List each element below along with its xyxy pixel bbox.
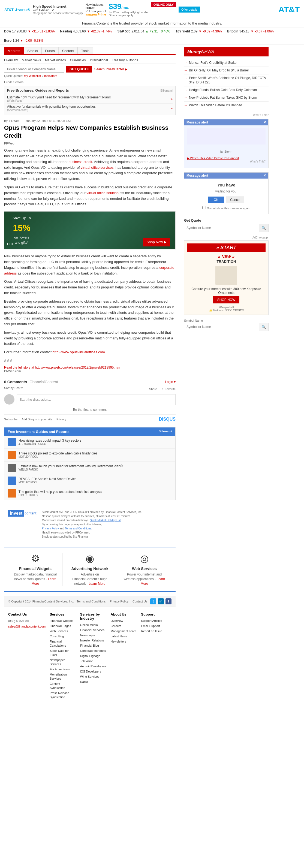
- hallmark-shop-button[interactable]: SHOP NOW: [213, 296, 239, 303]
- ticker-nasdaq[interactable]: Nasdaq 4,653.60 ▼ -82.37 -1.74%: [60, 29, 112, 33]
- industry-wine-services[interactable]: Wine Services: [80, 675, 99, 678]
- ticker-bitcoin[interactable]: Bitcoin 345.13 ▼ -3.67 -1.06%: [227, 29, 274, 33]
- service-content-syndication[interactable]: Content Syndication: [50, 682, 65, 689]
- industry-digital-signage[interactable]: Digital Signage: [80, 654, 100, 657]
- brochure-item-2[interactable]: Attractive fundamentals with potential l…: [7, 103, 173, 113]
- tab-markets[interactable]: Markets: [4, 47, 24, 54]
- moneynews-item-5[interactable]: → New Probiotic Fat Burner Takes GNC by …: [184, 94, 269, 102]
- industry-ios-devs[interactable]: iOS Developers: [80, 670, 101, 673]
- whats-this-1[interactable]: What's This?: [184, 114, 269, 116]
- terms-conditions-link[interactable]: Terms and Conditions: [65, 527, 91, 530]
- service-advertisers[interactable]: For Advertisers: [50, 668, 70, 671]
- tab-stocks[interactable]: Stocks: [24, 47, 41, 54]
- about-overview[interactable]: Overview: [111, 619, 123, 622]
- industry-radio[interactable]: Radio: [80, 680, 88, 683]
- whats-this-2[interactable]: What's This?: [187, 160, 266, 163]
- industry-android-devs[interactable]: Android Developers: [80, 664, 107, 668]
- ftd-ad[interactable]: Save Up To 15% on flowers and gifts* Sho…: [4, 211, 176, 249]
- alert-ok-button[interactable]: OK: [208, 196, 224, 203]
- sort-dropdown[interactable]: Sort by Best ▾: [4, 386, 23, 390]
- subnav-currencies[interactable]: Currencies: [70, 58, 86, 62]
- report-issue-link[interactable]: Report an Issue: [141, 629, 162, 633]
- get-quote-sidebar-input[interactable]: [184, 224, 259, 232]
- industry-investor-relations[interactable]: Investor Relations: [80, 639, 104, 642]
- about-management[interactable]: Management Team: [111, 629, 136, 633]
- tab-sectors[interactable]: Sectors: [58, 47, 78, 54]
- symbol-name-search-button[interactable]: 🔍: [259, 323, 268, 331]
- subscribe-link[interactable]: Subscribe: [4, 417, 18, 421]
- tab-funds[interactable]: Funds: [41, 47, 58, 54]
- moneynews-item-2[interactable]: → Bill O'Reilly: Oil May Drop to $45 a B…: [184, 67, 269, 74]
- favorite-btn[interactable]: ☆ Favorite: [161, 388, 176, 391]
- footer-email-link[interactable]: sales@financialcontent.com: [8, 625, 45, 628]
- business-credit-link[interactable]: business credit: [68, 160, 92, 164]
- about-careers[interactable]: Careers: [111, 624, 121, 627]
- moneynews-item-3[interactable]: → Peter Schiff: What's Behind the Oil Pl…: [184, 74, 269, 87]
- alert-cancel-button[interactable]: Cancel: [226, 196, 244, 203]
- industry-corporate-intranets[interactable]: Corporate Intranets: [80, 649, 106, 652]
- corporate-address-link[interactable]: corporate address: [4, 266, 174, 275]
- moneynews-link-2[interactable]: Bill O'Reilly: Oil May Drop to $45 a Bar…: [189, 68, 249, 73]
- linkedin-icon[interactable]: in: [158, 598, 164, 604]
- service-stock-data[interactable]: Stock Data for Excel: [50, 649, 69, 656]
- contact-us-footer-link[interactable]: Contact Us: [132, 600, 147, 603]
- message-alert-2-close[interactable]: ✕: [263, 174, 266, 178]
- holiday-list-link[interactable]: Stock Market Holiday List: [90, 519, 121, 522]
- service-financial-widgets[interactable]: Financial Widgets: [50, 619, 73, 622]
- moneynews-link-5[interactable]: New Probiotic Fat Burner Takes GNC by St…: [189, 95, 257, 100]
- service-press-release[interactable]: Press Release Syndication: [50, 691, 69, 699]
- comment-input[interactable]: [17, 394, 176, 405]
- read-full-link[interactable]: Read the full story at http://www.prweb.…: [4, 366, 120, 369]
- about-newsletters[interactable]: Newsletters: [111, 640, 126, 643]
- industry-television[interactable]: Television: [80, 659, 93, 663]
- ticker-sp500[interactable]: S&P 500 2,011.64 ▲ +9.31 +0.46%: [117, 29, 170, 33]
- moneynews-item-4[interactable]: → Hedge Funds' Bullish Gold Bets Defy Go…: [184, 86, 269, 94]
- hallmark-ad[interactable]: » START a NEW » TRADITION Capture your m…: [184, 241, 269, 315]
- service-newspaper[interactable]: Newspaper Services: [50, 658, 65, 666]
- virtual-office-solution-link[interactable]: virtual office solution: [87, 191, 119, 195]
- virtual-office-link[interactable]: virtual office services: [81, 165, 114, 169]
- service-consulting[interactable]: Consulting: [50, 634, 64, 638]
- opus-website-link[interactable]: http://www.opusvirtualoffices.com: [53, 350, 105, 354]
- guide-item-1[interactable]: How rising rates could impact 3 key sect…: [4, 436, 175, 449]
- get-quote-button[interactable]: GET QUOTE: [66, 66, 92, 72]
- support-articles[interactable]: Support Articles: [141, 619, 162, 622]
- ticker-euro[interactable]: Euro 1.24 ▼ -0.00 -0.38%: [4, 39, 43, 42]
- industry-newspaper[interactable]: Newspaper: [80, 633, 95, 637]
- subnav-market-videos[interactable]: Market Videos: [45, 58, 66, 62]
- brochure-item-1[interactable]: Estimate how much you'll need for retire…: [7, 94, 173, 103]
- subnav-treasury[interactable]: Treasury & Bonds: [112, 58, 138, 62]
- message-alert-1-close[interactable]: ✕: [263, 121, 266, 124]
- dont-show-checkbox[interactable]: [202, 206, 206, 209]
- tab-tools[interactable]: Tools: [78, 47, 93, 54]
- guide-item-4[interactable]: REVEALED: Apple's Next Smart Device MOTL…: [4, 474, 175, 487]
- watch-video-link[interactable]: ▶ Watch This Video Before It's Banned: [187, 156, 239, 160]
- ftd-shop-btn[interactable]: Shop Now ▶: [143, 238, 170, 246]
- add-disqus-link[interactable]: Add Disqus to your site: [22, 417, 52, 421]
- service-web-services[interactable]: Web Services: [50, 629, 68, 633]
- twitter-icon[interactable]: t: [150, 598, 156, 604]
- my-watchlist-link[interactable]: My Watchlist: [24, 74, 41, 78]
- moneynews-link-4[interactable]: Hedge Funds' Bullish Gold Bets Defy Gold…: [189, 88, 257, 92]
- indicators-link[interactable]: Indicators: [44, 74, 57, 78]
- share-btn[interactable]: Share: [149, 388, 157, 391]
- get-quote-sidebar-search-button[interactable]: 🔍: [259, 224, 268, 232]
- advertising-network-link[interactable]: Learn More: [89, 582, 105, 586]
- privacy-policy-footer-link[interactable]: Privacy Policy: [110, 600, 128, 603]
- facebook-icon[interactable]: f: [165, 598, 172, 604]
- privacy-policy-link[interactable]: Privacy Policy: [42, 527, 59, 530]
- industry-online-media[interactable]: Online Media: [80, 623, 98, 626]
- privacy-link[interactable]: Privacy: [56, 417, 66, 421]
- subnav-market-news[interactable]: Market News: [22, 58, 41, 62]
- login-button[interactable]: Login ▾: [165, 380, 176, 384]
- industry-financial-services[interactable]: Financial Services: [80, 628, 104, 632]
- moneynews-link-1[interactable]: Moncz: Fed's Credibility at Stake: [189, 61, 236, 65]
- symbol-name-input[interactable]: [184, 323, 259, 331]
- subnav-international[interactable]: International: [90, 58, 108, 62]
- moneynews-link-3[interactable]: Peter Schiff: What's Behind the Oil Plun…: [189, 76, 269, 85]
- moneynews-item-1[interactable]: → Moncz: Fed's Credibility at Stake: [184, 59, 269, 67]
- industry-financial-blog[interactable]: Financial Blog: [80, 644, 99, 647]
- att-offer-button[interactable]: Offer details: [179, 6, 200, 12]
- about-latest-news[interactable]: Latest News: [111, 634, 127, 638]
- subnav-overview[interactable]: Overview: [4, 58, 18, 62]
